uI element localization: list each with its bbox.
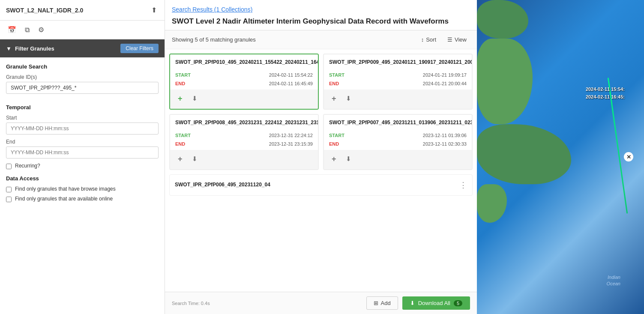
available-online-label: Find only granules that are available on… xyxy=(15,196,113,202)
end-label: END xyxy=(329,141,339,147)
results-link[interactable]: Search Results (1 Collections) xyxy=(172,6,252,13)
close-overlay-button[interactable]: ✕ xyxy=(624,152,633,161)
end-value: 2023-12-31 23:15:39 xyxy=(269,141,313,147)
available-online-row: Find only granules that are available on… xyxy=(6,196,159,202)
granule-id-input[interactable] xyxy=(6,82,159,94)
download-all-button[interactable]: ⬇ Download All 5 xyxy=(402,296,470,310)
granule-add-button[interactable]: + xyxy=(329,153,339,165)
view-icon: ☰ xyxy=(447,36,452,43)
clear-filters-button[interactable]: Clear Filters xyxy=(120,44,159,53)
sidebar: SWOT_L2_NALT_IGDR_2.0 ⬆ 📅 ⧉ ⚙ ▼ Filter G… xyxy=(0,0,165,314)
sidebar-header: SWOT_L2_NALT_IGDR_2.0 ⬆ xyxy=(0,0,165,21)
map-area: 2024-02-11 15:54: 2024-02-11 16:45: ✕ In… xyxy=(477,0,644,314)
granule-add-button[interactable]: + xyxy=(175,93,185,105)
granule-menu-button[interactable] xyxy=(458,181,468,189)
results-header: Search Results (1 Collections) SWOT Leve… xyxy=(165,0,477,30)
start-value: 2023-12-11 01:39:06 xyxy=(423,133,467,138)
sort-button[interactable]: ↕ Sort xyxy=(418,35,440,45)
end-label: END xyxy=(175,81,185,86)
land-india xyxy=(477,184,507,223)
granule-download-button[interactable]: ⬇ xyxy=(189,153,200,165)
sort-label: Sort xyxy=(426,36,436,43)
map-timestamp2: 2024-02-11 16:45: xyxy=(586,93,625,101)
map-background: 2024-02-11 15:54: 2024-02-11 16:45: ✕ In… xyxy=(477,0,644,314)
start-value: 2023-12-31 22:24:12 xyxy=(269,133,313,138)
add-label: Add xyxy=(381,300,391,306)
add-icon: ⊞ xyxy=(374,300,378,306)
filter-icon: ▼ xyxy=(6,45,12,52)
sidebar-content: Granule Search Granule ID(s) Temporal St… xyxy=(0,57,165,314)
granule-search-title: Granule Search xyxy=(6,63,159,70)
granules-grid: SWOT_IPR_2PfP010_495_20240211_155422_202… xyxy=(169,54,473,174)
start-label: START xyxy=(329,133,344,138)
available-online-checkbox[interactable] xyxy=(6,197,12,202)
ocean-label2: Ocean xyxy=(607,281,620,286)
filter-header: ▼ Filter Granules Clear Filters xyxy=(0,39,165,57)
browse-images-row: Find only granules that have browse imag… xyxy=(6,186,159,192)
land-asia xyxy=(477,124,571,184)
sliders-icon[interactable]: ⚙ xyxy=(36,24,46,36)
granule-title: SWOT_IPR_2PfP007_495_20231211_013906_202… xyxy=(329,119,473,126)
sort-icon: ↕ xyxy=(421,36,424,43)
granule-download-button[interactable]: ⬇ xyxy=(189,93,200,105)
granule-download-button[interactable]: ⬇ xyxy=(343,153,354,165)
map-timestamps: 2024-02-11 15:54: 2024-02-11 16:45: xyxy=(586,86,625,101)
download-all-label: Download All xyxy=(418,300,450,306)
browse-images-checkbox[interactable] xyxy=(6,187,12,192)
calendar-icon[interactable]: 📅 xyxy=(6,24,18,36)
results-count: Showing 5 of 5 matching granules xyxy=(172,36,256,43)
end-value: 2024-01-21 20:00:44 xyxy=(423,81,467,86)
granule-card: SWOT_IPR_2PfP007_495_20231211_013906_202… xyxy=(323,114,473,170)
start-value: 2024-01-21 19:09:17 xyxy=(423,72,467,78)
start-label: START xyxy=(329,72,344,78)
granule-title: SWOT_IPR_2PfP010_495_20240211_155422_202… xyxy=(175,59,319,66)
upload-icon[interactable]: ⬆ xyxy=(150,4,159,16)
add-button[interactable]: ⊞ Add xyxy=(366,296,398,310)
granule-id-label: Granule ID(s) xyxy=(6,74,159,80)
granule-card: SWOT_IPR_2PfP009_495_20240121_190917_202… xyxy=(323,54,473,110)
granule-card-partial: SWOT_IPR_2PfP006_495_20231120_04 xyxy=(169,174,473,196)
granule-download-button[interactable]: ⬇ xyxy=(343,93,354,105)
granule-card: SWOT_IPR_2PfP008_495_20231231_222412_202… xyxy=(169,114,319,170)
bottom-bar: Search Time: 0.4s ⊞ Add ⬇ Download All 5 xyxy=(165,292,477,314)
search-time: Search Time: 0.4s xyxy=(172,301,210,306)
browse-images-label: Find only granules that have browse imag… xyxy=(15,186,116,192)
granules-area: SWOT_IPR_2PfP010_495_20240211_155422_202… xyxy=(165,49,477,292)
start-value: 2024-02-11 15:54:22 xyxy=(269,72,313,78)
recurring-checkbox[interactable] xyxy=(6,164,12,169)
main-panel: Search Results (1 Collections) SWOT Leve… xyxy=(165,0,477,314)
view-label: View xyxy=(455,36,467,43)
temporal-title: Temporal xyxy=(6,104,159,111)
granule-title: SWOT_IPR_2PfP008_495_20231231_222412_202… xyxy=(175,119,319,126)
results-toolbar: Showing 5 of 5 matching granules ↕ Sort … xyxy=(165,30,477,49)
sidebar-title: SWOT_L2_NALT_IGDR_2.0 xyxy=(6,7,145,14)
recurring-row: Recurring? xyxy=(6,163,159,169)
end-label: END xyxy=(175,141,185,147)
land-europe xyxy=(477,0,528,39)
start-label: START xyxy=(175,72,191,78)
end-label: END xyxy=(329,81,339,86)
filter-granules-label: Filter Granules xyxy=(15,45,54,52)
granule-add-button[interactable]: + xyxy=(329,93,339,105)
layers-icon[interactable]: ⧉ xyxy=(23,24,31,36)
end-value: 2024-02-11 16:45:49 xyxy=(269,81,313,86)
land-africa xyxy=(477,39,533,124)
recurring-label: Recurring? xyxy=(15,163,40,169)
download-icon: ⬇ xyxy=(410,300,415,306)
map-timestamp1: 2024-02-11 15:54: xyxy=(586,86,625,93)
start-label: START xyxy=(175,133,191,138)
granule-title: SWOT_IPR_2PfP009_495_20240121_190917_202… xyxy=(329,59,473,66)
start-input[interactable] xyxy=(6,123,159,135)
start-label: Start xyxy=(6,115,159,121)
granule-card: SWOT_IPR_2PfP010_495_20240211_155422_202… xyxy=(169,54,319,110)
view-button[interactable]: ☰ View xyxy=(444,35,470,45)
granule-title-partial: SWOT_IPR_2PfP006_495_20231120_04 xyxy=(175,181,458,188)
end-value: 2023-12-11 02:30:33 xyxy=(423,141,467,147)
download-count-badge: 5 xyxy=(454,300,462,306)
ocean-label: Indian xyxy=(608,275,620,280)
data-access-title: Data Access xyxy=(6,175,159,182)
granule-add-button[interactable]: + xyxy=(175,153,185,165)
end-input[interactable] xyxy=(6,147,159,158)
end-label: End xyxy=(6,139,159,145)
collection-title: SWOT Level 2 Nadir Altimeter Interim Geo… xyxy=(172,16,470,27)
